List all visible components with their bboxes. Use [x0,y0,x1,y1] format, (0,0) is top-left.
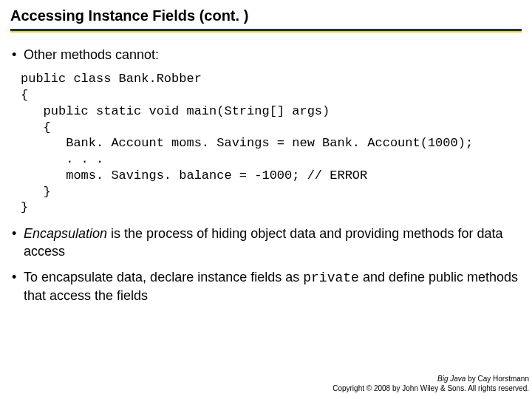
bullet-3-pre: To encapsulate data, declare instance fi… [24,270,303,284]
footer-book-title: Big Java [437,375,466,383]
bullet-marker: • [12,268,24,305]
slide-body: • Other methods cannot: public class Ban… [0,33,532,304]
bullet-marker: • [12,46,24,64]
footer-line-1: Big Java by Cay Horstmann [332,375,529,384]
bullet-3-text: To encapsulate data, declare instance fi… [24,268,520,305]
slide-title: Accessing Instance Fields (cont. ) [10,7,522,24]
bullet-3: • To encapsulate data, declare instance … [12,268,520,305]
code-block: public class Bank.Robber { public static… [21,71,520,216]
bullet-2-italic: Encapsulation [24,226,107,241]
footer-author: by Cay Horstmann [466,375,529,383]
bullet-1: • Other methods cannot: [12,46,520,64]
bullet-1-text: Other methods cannot: [24,46,520,64]
footer: Big Java by Cay Horstmann Copyright © 20… [332,375,529,393]
bullet-2: • Encapsulation is the process of hiding… [12,225,520,261]
bullet-2-text: Encapsulation is the process of hiding o… [24,225,520,261]
bullet-marker: • [12,225,24,261]
bullet-3-code: private [303,270,359,285]
footer-copyright: Copyright © 2008 by John Wiley & Sons. A… [332,384,529,394]
